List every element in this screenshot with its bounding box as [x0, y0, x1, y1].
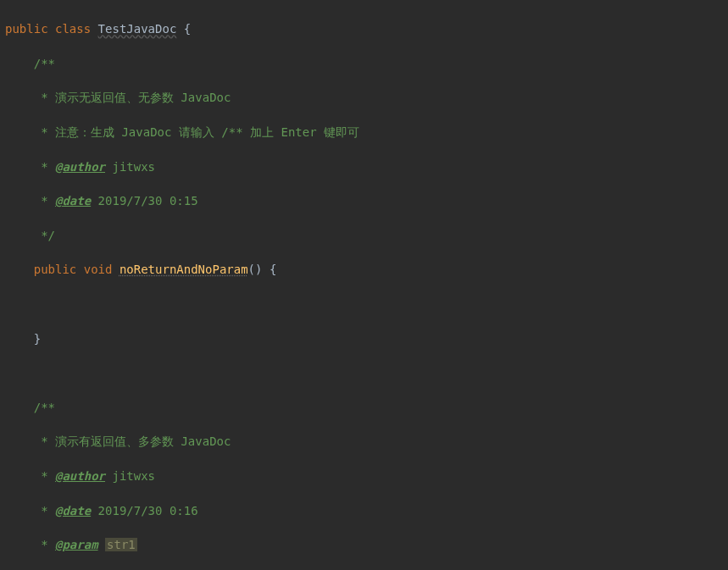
method1-close: } [5, 330, 728, 347]
javadoc-close: */ [5, 227, 728, 244]
javadoc2-param1: * @param str1 [5, 536, 728, 553]
class-declaration-line: public class TestJavaDoc { [5, 20, 728, 37]
author-tag: @author [55, 160, 105, 174]
javadoc-open: /** [5, 55, 728, 72]
method-name: noReturnAndNoParam [119, 263, 248, 276]
javadoc2-desc: * 演示有返回值、多参数 JavaDoc [5, 433, 728, 450]
javadoc2-author: * @author jitwxs [5, 468, 728, 484]
keyword-public: public [5, 22, 48, 36]
method1-decl: public void noReturnAndNoParam() { [5, 261, 728, 278]
keyword-class: class [55, 22, 91, 36]
code-editor[interactable]: public class TestJavaDoc { /** * 演示无返回值、… [0, 3, 728, 570]
blank-line [5, 364, 728, 381]
javadoc-author: * @author jitwxs [5, 158, 728, 175]
javadoc2-date: * @date 2019/7/30 0:16 [5, 502, 728, 519]
javadoc-date: * @date 2019/7/30 0:15 [5, 192, 728, 209]
javadoc2-open: /** [5, 399, 728, 416]
param-tag: @param [55, 538, 98, 551]
open-brace: { [184, 22, 191, 36]
javadoc-desc: * 演示无返回值、无参数 JavaDoc [5, 89, 728, 106]
javadoc-note: * 注意：生成 JavaDoc 请输入 /** 加上 Enter 键即可 [5, 124, 728, 141]
param-name: str1 [105, 538, 137, 551]
class-name: TestJavaDoc [98, 22, 177, 36]
blank-line [5, 296, 728, 313]
date-tag: @date [55, 194, 91, 208]
